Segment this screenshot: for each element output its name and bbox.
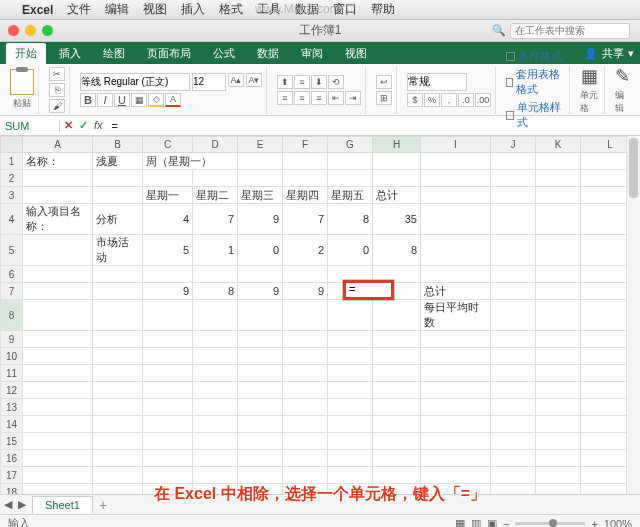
minimize-icon[interactable] <box>25 25 36 36</box>
search-icon[interactable]: 🔍 <box>492 24 506 37</box>
merge-icon[interactable]: ⊞ <box>376 91 392 105</box>
zoom-slider[interactable] <box>515 522 585 525</box>
fill-color-button[interactable]: ◇ <box>148 93 164 107</box>
indent-inc-icon[interactable]: ⇥ <box>345 91 361 105</box>
row-14[interactable]: 14 <box>1 416 23 433</box>
sheet-tab[interactable]: Sheet1 <box>32 496 93 513</box>
tab-review[interactable]: 审阅 <box>292 43 332 64</box>
copy-icon[interactable]: ⎘ <box>49 83 65 97</box>
spreadsheet-grid[interactable]: A B C D E F G H I J K L 1名称：浅夏周（星期一） 2 3… <box>0 136 640 494</box>
tab-formulas[interactable]: 公式 <box>204 43 244 64</box>
tab-draw[interactable]: 绘图 <box>94 43 134 64</box>
accept-formula-icon[interactable]: ✓ <box>79 119 88 132</box>
row-16[interactable]: 16 <box>1 450 23 467</box>
table-format-button[interactable]: 套用表格格式 <box>506 67 565 97</box>
menu-view[interactable]: 视图 <box>143 1 167 18</box>
decimal-inc-icon[interactable]: .0 <box>458 93 474 107</box>
cut-icon[interactable]: ✂ <box>49 67 65 81</box>
row-17[interactable]: 17 <box>1 467 23 484</box>
indent-dec-icon[interactable]: ⇤ <box>328 91 344 105</box>
col-H[interactable]: H <box>373 137 421 153</box>
row-10[interactable]: 10 <box>1 348 23 365</box>
close-icon[interactable] <box>8 25 19 36</box>
cancel-formula-icon[interactable]: ✕ <box>64 119 73 132</box>
editing-icon[interactable]: ✎ <box>615 65 630 87</box>
tab-insert[interactable]: 插入 <box>50 43 90 64</box>
col-C[interactable]: C <box>143 137 193 153</box>
menu-file[interactable]: 文件 <box>67 1 91 18</box>
number-format-select[interactable] <box>407 73 467 91</box>
col-G[interactable]: G <box>328 137 373 153</box>
row-13[interactable]: 13 <box>1 399 23 416</box>
font-grow-icon[interactable]: A▴ <box>228 73 244 87</box>
align-top-icon[interactable]: ⬆ <box>277 75 293 89</box>
col-A[interactable]: A <box>23 137 93 153</box>
row-5[interactable]: 5 <box>1 235 23 266</box>
border-button[interactable]: ▦ <box>131 93 147 107</box>
conditional-format-button[interactable]: 条件格式 <box>506 49 562 64</box>
search-input[interactable] <box>510 23 630 39</box>
share-button[interactable]: 共享 <box>602 46 624 61</box>
comma-icon[interactable]: , <box>441 93 457 107</box>
wrap-text-icon[interactable]: ↩ <box>376 75 392 89</box>
row-15[interactable]: 15 <box>1 433 23 450</box>
zoom-in-button[interactable]: + <box>591 518 597 528</box>
row-8[interactable]: 8 <box>1 300 23 331</box>
view-normal-icon[interactable]: ▦ <box>455 517 465 527</box>
col-D[interactable]: D <box>193 137 238 153</box>
menu-insert[interactable]: 插入 <box>181 1 205 18</box>
col-E[interactable]: E <box>238 137 283 153</box>
row-2[interactable]: 2 <box>1 170 23 187</box>
vertical-scrollbar[interactable] <box>626 136 640 494</box>
currency-icon[interactable]: $ <box>407 93 423 107</box>
tab-view[interactable]: 视图 <box>336 43 376 64</box>
font-color-button[interactable]: A <box>165 93 181 107</box>
name-box[interactable]: SUM <box>0 120 60 132</box>
row-4[interactable]: 4 <box>1 204 23 235</box>
row-12[interactable]: 12 <box>1 382 23 399</box>
col-B[interactable]: B <box>93 137 143 153</box>
select-all-corner[interactable] <box>1 137 23 153</box>
align-right-icon[interactable]: ≡ <box>311 91 327 105</box>
font-name-select[interactable] <box>80 73 190 91</box>
col-I[interactable]: I <box>421 137 491 153</box>
tab-layout[interactable]: 页面布局 <box>138 43 200 64</box>
menu-format[interactable]: 格式 <box>219 1 243 18</box>
fx-icon[interactable]: fx <box>94 119 103 132</box>
cells-icon[interactable]: ▦ <box>581 65 598 87</box>
row-1[interactable]: 1 <box>1 153 23 170</box>
user-icon[interactable]: 👤 <box>584 47 598 60</box>
formula-input[interactable]: = <box>107 120 640 132</box>
tab-nav-next[interactable]: ▶ <box>18 498 26 511</box>
row-3[interactable]: 3 <box>1 187 23 204</box>
menu-help[interactable]: 帮助 <box>371 1 395 18</box>
align-center-icon[interactable]: ≡ <box>294 91 310 105</box>
orientation-icon[interactable]: ⟲ <box>328 75 344 89</box>
view-break-icon[interactable]: ▣ <box>487 517 497 527</box>
tab-home[interactable]: 开始 <box>6 43 46 64</box>
col-F[interactable]: F <box>283 137 328 153</box>
chevron-down-icon[interactable]: ▾ <box>628 47 634 60</box>
tab-data[interactable]: 数据 <box>248 43 288 64</box>
row-6[interactable]: 6 <box>1 266 23 283</box>
add-sheet-button[interactable]: + <box>99 497 107 513</box>
align-middle-icon[interactable]: ≡ <box>294 75 310 89</box>
underline-button[interactable]: U <box>114 93 130 107</box>
format-painter-icon[interactable]: 🖌 <box>49 99 65 113</box>
paste-icon[interactable] <box>10 69 34 95</box>
zoom-icon[interactable] <box>42 25 53 36</box>
tab-nav-prev[interactable]: ◀ <box>4 498 12 511</box>
decimal-dec-icon[interactable]: .00 <box>475 93 491 107</box>
font-shrink-icon[interactable]: A▾ <box>246 73 262 87</box>
view-layout-icon[interactable]: ▥ <box>471 517 481 527</box>
font-size-select[interactable] <box>192 73 226 91</box>
bold-button[interactable]: B <box>80 93 96 107</box>
col-K[interactable]: K <box>536 137 581 153</box>
row-11[interactable]: 11 <box>1 365 23 382</box>
align-bottom-icon[interactable]: ⬇ <box>311 75 327 89</box>
active-cell[interactable]: = <box>343 280 394 300</box>
row-7[interactable]: 7 <box>1 283 23 300</box>
menu-app[interactable]: Excel <box>22 3 53 17</box>
row-18[interactable]: 18 <box>1 484 23 495</box>
zoom-out-button[interactable]: − <box>503 518 509 528</box>
